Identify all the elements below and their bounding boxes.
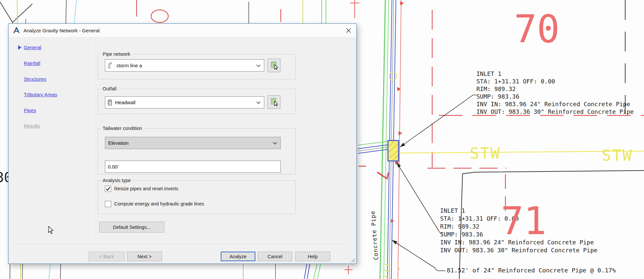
lot-number-70: 70 — [514, 7, 560, 51]
sidebar-item-tributary-areas[interactable]: Tributary Areas — [24, 92, 57, 97]
check-icon — [105, 186, 111, 192]
sidebar-item-results: Results — [24, 123, 40, 129]
street-label-stw-1: STW — [470, 144, 501, 162]
dialog-titlebar[interactable]: Analyze Gravity Network - General — [9, 24, 356, 37]
compute-energy-label: Compute energy and hydraulic grade lines — [114, 201, 204, 206]
sidebar-separator — [89, 40, 89, 243]
resize-pipes-checkbox[interactable] — [105, 186, 111, 192]
callout-line: INV IN: 983.96 24" Reinforced Concrete P… — [476, 101, 630, 108]
tailwater-mode-select[interactable]: Elevation — [105, 137, 281, 149]
tailwater-elevation-value: 0.00' — [108, 164, 118, 170]
close-icon — [346, 28, 351, 33]
analyze-gravity-network-dialog: Analyze Gravity Network - General Genera… — [8, 23, 357, 264]
back-button: < Back — [88, 252, 125, 261]
pick-from-drawing-icon — [270, 98, 278, 107]
pick-pipe-network-button[interactable] — [268, 59, 280, 72]
app-window: INLET 1 STA: 1+31.31 OFF: 0.00 RIM: 989.… — [0, 0, 644, 279]
street-label-stw-2: STW — [602, 146, 633, 164]
callout-line: INLET 1 — [476, 70, 501, 77]
analyze-button[interactable]: Analyze — [221, 252, 255, 261]
callout-line: SUMP: 983.36 — [476, 93, 519, 100]
sidebar-item-rainfall[interactable]: Rainfall — [24, 60, 40, 66]
help-button[interactable]: Help — [295, 252, 330, 261]
resize-pipes-label: Resize pipes and reset inverts — [114, 186, 178, 191]
resize-grip[interactable] — [350, 257, 355, 263]
outfall-combobox[interactable]: Headwall — [105, 96, 264, 108]
outfall-group-label: Outfall — [101, 86, 118, 91]
dropdown-chevron-icon — [256, 101, 261, 104]
callout-line: INV OUT: 983.36 30" Reinforced Concrete … — [476, 108, 634, 115]
tailwater-elevation-input[interactable]: 0.00' — [105, 161, 281, 173]
pipe-network-combobox[interactable]: storm line a — [105, 59, 264, 72]
analysis-type-group: Analysis type — [98, 180, 296, 214]
pick-from-drawing-icon — [270, 61, 278, 70]
cancel-button[interactable]: Cancel — [258, 252, 292, 261]
callout-line: STA: 1+31.31 OFF: 0.00 — [476, 78, 555, 85]
callout-line: INLET 1 — [440, 207, 465, 214]
default-settings-button[interactable]: Default Settings... — [99, 222, 164, 232]
compute-energy-checkbox[interactable] — [105, 201, 111, 207]
pipe-network-group-label: Pipe network — [101, 51, 132, 57]
mouse-cursor — [48, 226, 56, 235]
dialog-title: Analyze Gravity Network - General — [23, 28, 100, 33]
tailwater-group-label: Tailwater condition — [101, 126, 144, 131]
sidebar-item-structures[interactable]: Structures — [24, 76, 46, 82]
next-button[interactable]: Next > — [127, 252, 162, 261]
sidebar-item-pipes[interactable]: Pipes — [24, 108, 36, 113]
pipe-network-icon — [107, 62, 114, 69]
callout-line: RIM: 989.32 — [440, 223, 479, 230]
callout-line: RIM: 989.32 — [476, 85, 516, 92]
inlet-structure — [388, 140, 399, 161]
tailwater-mode-value: Elevation — [108, 140, 129, 146]
app-icon — [13, 27, 20, 34]
active-page-marker — [18, 45, 22, 50]
dropdown-chevron-icon — [273, 142, 277, 145]
pipe-length-callout: 81.52' of 24" Reinforced Concrete Pipe @… — [447, 267, 616, 274]
callout-line: SUMP: 983.36 — [440, 231, 483, 238]
footer-separator — [15, 244, 350, 245]
sidebar-item-general[interactable]: General — [24, 45, 41, 50]
analysis-type-group-label: Analysis type — [101, 178, 132, 183]
pick-outfall-button[interactable] — [268, 95, 280, 109]
callout-line: INV OUT: 983.36 30" Reinforced Concrete … — [440, 247, 597, 254]
structure-icon — [107, 99, 113, 106]
outfall-value: Headwall — [115, 100, 136, 105]
pipe-network-value: storm line a — [116, 63, 142, 68]
lot-number-71: 71 — [501, 199, 546, 243]
dropdown-chevron-icon — [256, 64, 261, 67]
close-button[interactable] — [340, 24, 356, 37]
